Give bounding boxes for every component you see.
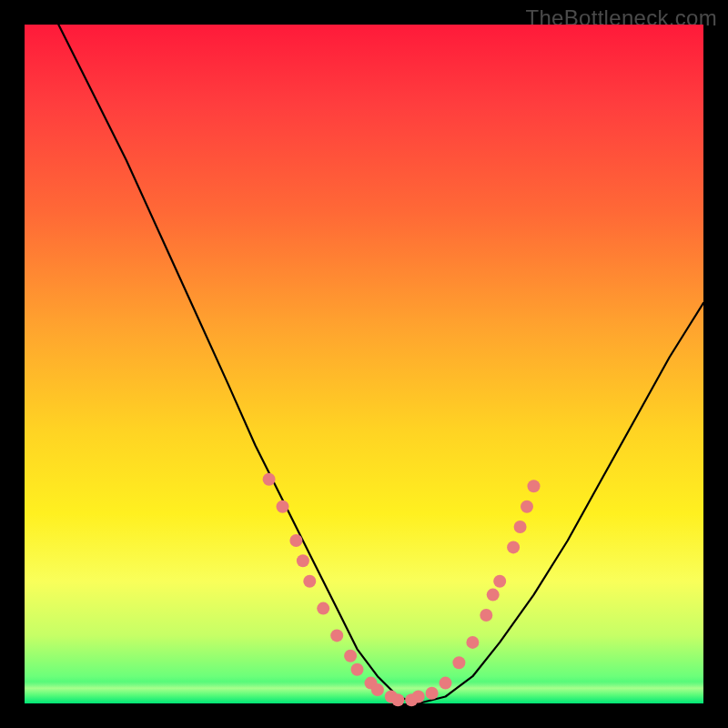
data-marker (487, 589, 500, 602)
data-marker (297, 554, 309, 567)
data-marker (391, 693, 404, 706)
data-marker (466, 636, 479, 649)
data-marker (317, 602, 329, 615)
data-marker (452, 656, 465, 669)
data-marker (412, 691, 425, 703)
data-marker (289, 534, 302, 547)
chart-svg (25, 25, 703, 703)
data-marker (528, 480, 541, 492)
data-marker (493, 575, 506, 588)
data-marker (514, 521, 527, 533)
plot-area (25, 25, 703, 703)
data-marker (480, 609, 492, 622)
bottleneck-curve (58, 25, 703, 703)
data-marker (277, 500, 289, 513)
chart-frame: TheBottleneck.com (0, 0, 728, 728)
data-marker (521, 500, 533, 513)
data-marker (303, 575, 316, 588)
curve-markers (263, 473, 541, 707)
data-marker (263, 473, 276, 486)
data-marker (330, 629, 343, 642)
data-marker (440, 677, 452, 690)
data-marker (426, 687, 439, 700)
data-marker (371, 683, 384, 696)
data-marker (351, 663, 364, 676)
data-marker (507, 541, 520, 553)
data-marker (344, 650, 357, 662)
